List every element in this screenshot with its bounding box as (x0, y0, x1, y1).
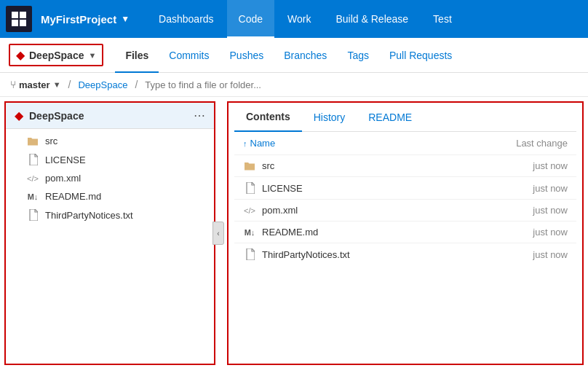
list-item[interactable]: ThirdPartyNotices.txt (6, 205, 214, 224)
nav-item-dashboards[interactable]: Dashboards (147, 0, 226, 38)
file-row-change: just now (480, 205, 568, 216)
table-row[interactable]: LICENSE just now (234, 176, 576, 199)
tab-files[interactable]: Files (115, 38, 159, 73)
main-content: ◆ DeepSpace ⋯ src LICENSE </> pom.xml (0, 97, 588, 369)
tab-commits[interactable]: Commits (159, 38, 219, 73)
nav-item-work[interactable]: Work (276, 0, 322, 38)
file-row-name: ThirdPartyNotices.txt (262, 249, 480, 260)
folder-icon (26, 136, 39, 146)
file-name: README.md (45, 191, 101, 202)
svg-rect-1 (20, 12, 26, 18)
svg-rect-0 (12, 12, 18, 18)
project-name[interactable]: MyFirstProject (41, 13, 116, 26)
column-lastchange-header: Last change (480, 138, 568, 149)
tab-pull-requests[interactable]: Pull Requests (379, 38, 462, 73)
branch-name: master (19, 79, 50, 90)
file-row-change: just now (480, 249, 568, 260)
branch-selector[interactable]: ⑂ master ▼ (10, 79, 61, 90)
panel-menu-icon[interactable]: ⋯ (194, 109, 205, 122)
tab-branches[interactable]: Branches (274, 38, 337, 73)
file-name: src (45, 136, 57, 146)
markdown-icon: M↓ (26, 192, 39, 201)
branch-icon: ⑂ (10, 79, 16, 90)
branch-chevron-icon: ▼ (53, 80, 61, 89)
markdown-icon: M↓ (243, 228, 256, 237)
list-item[interactable]: src (6, 132, 214, 150)
collapse-panel-button[interactable]: ‹ (212, 222, 224, 245)
branch-bar: ⑂ master ▼ / DeepSpace / (0, 73, 588, 97)
sort-icon[interactable]: ↑ (243, 139, 247, 148)
file-icon (26, 154, 39, 165)
table-row[interactable]: src just now (234, 154, 576, 176)
tab-pushes[interactable]: Pushes (220, 38, 274, 73)
project-chevron-icon[interactable]: ▼ (121, 14, 130, 24)
svg-rect-2 (12, 20, 18, 26)
nav-item-code[interactable]: Code (227, 0, 274, 38)
file-row-name: src (262, 160, 480, 171)
list-item[interactable]: M↓ README.md (6, 187, 214, 205)
column-name-header: Name (250, 138, 478, 149)
left-panel-files: src LICENSE </> pom.xml M↓ README.md T (6, 129, 214, 364)
left-panel-header: ◆ DeepSpace ⋯ (6, 103, 214, 129)
file-name: LICENSE (45, 154, 86, 165)
right-panel-tabs: Contents History README (234, 103, 576, 132)
xml-icon: </> (26, 174, 39, 183)
file-table-header: ↑ Name Last change (234, 132, 576, 154)
folder-icon (243, 161, 256, 171)
repo-chevron-icon: ▼ (88, 51, 96, 60)
file-row-change: just now (480, 227, 568, 238)
file-row-name: LICENSE (262, 183, 480, 194)
right-panel: Contents History README ↑ Name Last chan… (227, 101, 584, 365)
file-icon (26, 209, 39, 221)
table-row[interactable]: ThirdPartyNotices.txt just now (234, 243, 576, 265)
file-name: ThirdPartyNotices.txt (45, 210, 133, 221)
breadcrumb-separator2: / (135, 79, 138, 90)
top-nav-items: Dashboards Code Work Build & Release Tes… (147, 0, 582, 38)
nav-item-test[interactable]: Test (421, 0, 464, 38)
tab-contents[interactable]: Contents (234, 103, 302, 132)
file-icon (243, 248, 256, 260)
list-item[interactable]: LICENSE (6, 150, 214, 169)
file-row-change: just now (480, 160, 568, 171)
left-panel-title: DeepSpace (29, 110, 194, 122)
repo-selector[interactable]: ◆ DeepSpace ▼ (9, 44, 103, 66)
file-row-change: just now (480, 183, 568, 194)
app-logo (6, 6, 32, 32)
xml-icon: </> (243, 206, 256, 215)
repo-name: DeepSpace (29, 50, 84, 61)
tab-readme[interactable]: README (357, 103, 424, 132)
svg-rect-3 (20, 20, 26, 26)
file-search-input[interactable] (145, 79, 578, 90)
nav-item-build-release[interactable]: Build & Release (324, 0, 420, 38)
breadcrumb-separator: / (68, 79, 71, 90)
table-row[interactable]: M↓ README.md just now (234, 221, 576, 243)
file-icon (243, 182, 256, 194)
repo-diamond-icon: ◆ (16, 48, 25, 62)
tab-tags[interactable]: Tags (337, 38, 379, 73)
repo-diamond-small-icon: ◆ (15, 109, 23, 122)
second-nav: ◆ DeepSpace ▼ Files Commits Pushes Branc… (0, 38, 588, 73)
file-name: pom.xml (45, 173, 81, 184)
top-nav: MyFirstProject ▼ Dashboards Code Work Bu… (0, 0, 588, 38)
tab-history[interactable]: History (302, 103, 357, 132)
table-row[interactable]: </> pom.xml just now (234, 199, 576, 221)
breadcrumb-repo[interactable]: DeepSpace (78, 79, 127, 90)
second-nav-items: Files Commits Pushes Branches Tags Pull … (115, 38, 462, 73)
file-row-name: pom.xml (262, 205, 480, 216)
file-row-name: README.md (262, 227, 480, 238)
left-panel: ◆ DeepSpace ⋯ src LICENSE </> pom.xml (4, 101, 215, 365)
list-item[interactable]: </> pom.xml (6, 169, 214, 187)
